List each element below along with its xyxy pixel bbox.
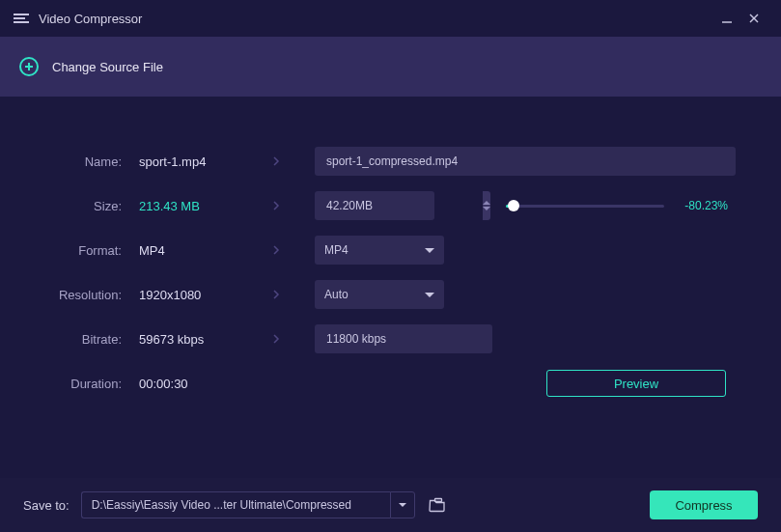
size-percent: -80.23% — [674, 199, 728, 212]
format-selected: MP4 — [324, 243, 349, 257]
chevron-down-icon — [425, 248, 434, 253]
open-folder-button[interactable] — [425, 492, 450, 518]
name-label: Name: — [25, 154, 122, 169]
footer: Save to: Compress — [0, 478, 781, 532]
output-size-stepper[interactable] — [315, 191, 434, 220]
format-label: Format: — [25, 243, 122, 258]
compress-button[interactable]: Compress — [650, 490, 758, 519]
content-area: Name: sport-1.mp4 Size: 213.43 MB - — [0, 97, 781, 415]
svg-rect-8 — [434, 499, 441, 502]
chevron-right-icon — [270, 289, 282, 300]
size-value: 213.43 MB — [122, 199, 237, 213]
minimize-button[interactable] — [713, 5, 740, 32]
bitrate-input[interactable] — [315, 324, 492, 353]
duration-value: 00:00:30 — [122, 377, 237, 391]
output-size-input[interactable] — [315, 199, 483, 212]
chevron-down-icon — [399, 503, 406, 507]
svg-rect-2 — [14, 21, 29, 23]
format-value: MP4 — [122, 243, 237, 258]
save-to-label: Save to: — [23, 498, 70, 513]
save-path-dropdown[interactable] — [390, 491, 415, 518]
plus-circle-icon — [19, 57, 39, 76]
bitrate-value: 59673 kbps — [122, 332, 237, 347]
row-format: Format: MP4 MP4 — [25, 228, 756, 272]
size-spinner[interactable] — [483, 191, 490, 220]
app-icon — [14, 12, 29, 25]
row-name: Name: sport-1.mp4 — [25, 139, 756, 183]
bitrate-label: Bitrate: — [25, 332, 122, 347]
size-step-down[interactable] — [483, 207, 490, 210]
svg-rect-0 — [14, 14, 29, 15]
titlebar: Video Compressor — [0, 0, 781, 37]
output-name-input[interactable] — [315, 147, 736, 176]
close-button[interactable] — [740, 5, 767, 32]
change-source-bar[interactable]: Change Source File — [0, 37, 781, 97]
row-resolution: Resolution: 1920x1080 Auto — [25, 272, 756, 317]
size-step-up[interactable] — [483, 201, 490, 205]
name-value: sport-1.mp4 — [122, 154, 237, 169]
resolution-label: Resolution: — [25, 288, 122, 302]
save-path-input[interactable] — [81, 491, 390, 518]
chevron-right-icon — [270, 244, 282, 256]
chevron-right-icon — [270, 333, 282, 345]
folder-icon — [429, 497, 446, 513]
preview-button[interactable]: Preview — [546, 370, 726, 397]
duration-label: Duration: — [25, 377, 122, 391]
row-bitrate: Bitrate: 59673 kbps — [25, 317, 756, 361]
app-title: Video Compressor — [39, 12, 142, 26]
row-duration: Duration: 00:00:30 Preview — [25, 361, 756, 406]
svg-rect-1 — [14, 17, 25, 19]
chevron-down-icon — [425, 293, 434, 297]
chevron-right-icon — [270, 200, 282, 211]
row-size: Size: 213.43 MB -80.23% — [25, 183, 756, 228]
size-label: Size: — [25, 199, 122, 213]
resolution-select[interactable]: Auto — [315, 280, 444, 309]
size-slider-thumb[interactable] — [508, 200, 519, 211]
change-source-label: Change Source File — [52, 60, 163, 74]
resolution-selected: Auto — [324, 288, 349, 301]
size-slider[interactable] — [506, 205, 664, 208]
chevron-right-icon — [270, 155, 282, 167]
resolution-value: 1920x1080 — [122, 288, 237, 302]
format-select[interactable]: MP4 — [315, 236, 444, 265]
